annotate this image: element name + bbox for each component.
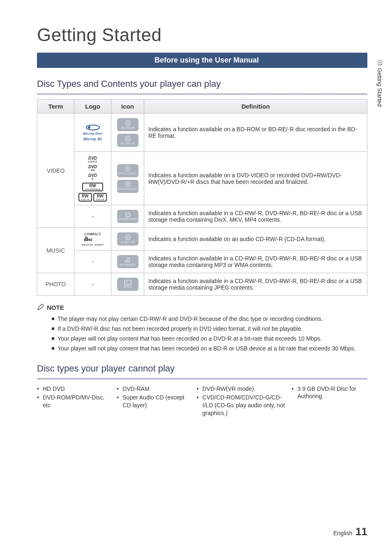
term-video: VIDEO	[37, 114, 74, 228]
pencil-note-icon	[37, 303, 44, 312]
section-banner: Before using the User Manual	[37, 53, 367, 68]
th-definition: Definition	[144, 100, 367, 114]
cannot-play-list: HD DVD DVD-ROM/PD/MV-Disc, etc DVD-RAM S…	[37, 384, 367, 419]
table-row: PHOTO - JPEG Indicates a function availa…	[37, 273, 367, 296]
list-item: CVD/CD-ROM/CDV/CD-G/CD-I/LD (CD-Gs play …	[197, 394, 288, 417]
logo-dvd-cell: DVDVIDEO DVDRW DVDR RWDVD+ReWritable RWD…	[74, 152, 111, 205]
section1-heading: Disc Types and Contents your player can …	[37, 79, 367, 89]
note-label: NOTE	[47, 304, 64, 311]
bluray3d-logo-icon: Blu-ray 3D	[78, 137, 107, 141]
svg-point-13	[129, 213, 130, 214]
def-divx: Indicates a function available in a CD-R…	[144, 205, 367, 228]
svg-point-11	[127, 214, 128, 215]
logo-divx-cell: -	[74, 205, 111, 228]
svg-point-9	[127, 183, 129, 185]
footer-language: English	[333, 530, 352, 536]
def-dvd: Indicates a function available on a DVD-…	[144, 152, 367, 205]
svg-point-12	[125, 213, 126, 214]
icon-jpeg-cell: JPEG	[111, 273, 144, 296]
page-footer: English 11	[333, 525, 367, 538]
note-item: Your player will not play content that h…	[52, 345, 367, 353]
divider	[37, 378, 367, 380]
svg-point-21	[126, 281, 127, 282]
bd-rom-icon: BD-ROM	[117, 118, 138, 131]
table-row: VIDEO Blu-ray Disc Blu-ray 3D BD-ROM BD-…	[37, 114, 367, 152]
logo-cd-cell: COMPACT disc DIGITAL AUDIO	[74, 228, 111, 251]
divider	[37, 93, 367, 95]
dvd-r-logo-icon: DVDR	[76, 173, 109, 180]
jpeg-icon: JPEG	[117, 278, 138, 291]
bluray-disc-logo-icon: Blu-ray Disc	[78, 124, 107, 135]
dvd-video-logo-icon: DVDVIDEO	[76, 156, 109, 163]
table-row: - MP3/WMA Indicates a function available…	[37, 251, 367, 273]
list-item: Super Audio CD (except CD layer)	[117, 394, 192, 409]
audio-cd-icon: Audio CD	[117, 232, 138, 246]
table-header-row: Term Logo Icon Definition	[37, 100, 367, 114]
list-item: HD DVD	[37, 385, 113, 393]
note-item: The player may not play certain CD-RW/-R…	[52, 315, 367, 323]
note-item: If a DVD-RW/-R disc has not been recorde…	[52, 325, 367, 333]
list-item: 3.9 GB DVD-R Disc for Authoring.	[292, 385, 367, 401]
chapter-label: Getting Started	[376, 68, 383, 107]
def-jpeg: Indicates a function available in a CD-R…	[144, 273, 367, 296]
note-block: NOTE The player may not play certain CD-…	[37, 303, 367, 353]
list-item: DVD-ROM/PD/MV-Disc, etc	[37, 394, 113, 409]
svg-point-7	[127, 168, 129, 169]
bd-re-r-icon: BD-RE/-R	[117, 134, 138, 147]
disc-types-table: Term Logo Icon Definition VIDEO Blu-ray …	[37, 99, 367, 296]
compact-disc-logo-icon: COMPACT disc DIGITAL AUDIO	[78, 232, 107, 246]
divx-icon: DivX/MKV/MP4	[117, 210, 138, 223]
def-mp3: Indicates a function available in a CD-R…	[144, 251, 367, 273]
term-photo: PHOTO	[37, 273, 74, 296]
side-chapter-tab: 03 Getting Started	[376, 60, 383, 107]
term-music: MUSIC	[37, 228, 74, 273]
svg-point-1	[88, 126, 90, 129]
mp3-wma-icon: MP3/WMA	[117, 255, 138, 268]
note-item: Your player will not play content that h…	[52, 335, 367, 343]
chapter-number: 03	[377, 60, 383, 65]
th-term: Term	[37, 100, 74, 114]
table-row: - DivX/MKV/MP4 Indicates a function avai…	[37, 205, 367, 228]
icon-divx-cell: DivX/MKV/MP4	[111, 205, 144, 228]
logo-jpeg-cell: -	[74, 273, 111, 296]
dvd-plus-r-logo-icon: RWDVD+R	[78, 193, 92, 202]
section2-heading: Disc types your player cannot play	[37, 363, 367, 374]
dvd-rw-r-icon: DVD±RW/±R	[117, 180, 138, 193]
list-item: DVD-RW(VR mode)	[197, 385, 288, 393]
icon-dvd-cell: DVD-VIDEO DVD±RW/±R	[111, 152, 144, 205]
icon-bd-cell: BD-ROM BD-RE/-R	[111, 114, 144, 152]
svg-point-5	[127, 138, 129, 139]
th-logo: Logo	[74, 100, 111, 114]
svg-point-14	[125, 216, 126, 217]
dvd-rw-logo-icon: DVDRW	[76, 165, 109, 172]
svg-point-3	[127, 122, 129, 124]
svg-point-19	[127, 237, 129, 238]
icon-mp3-cell: MP3/WMA	[111, 251, 144, 273]
dvd-plus-r2-logo-icon: RWDVD+R	[93, 193, 107, 202]
svg-point-15	[129, 216, 130, 217]
def-audiocd: Indicates a function available on an aud…	[144, 228, 367, 251]
logo-mp3-cell: -	[74, 251, 111, 273]
dvd-plus-rw-logo-icon: RWDVD+ReWritable	[82, 183, 103, 191]
table-row: MUSIC COMPACT disc DIGITAL AUDIO Audio C…	[37, 228, 367, 251]
page-number: 11	[355, 525, 367, 538]
dvd-video-icon: DVD-VIDEO	[117, 164, 138, 177]
icon-audiocd-cell: Audio CD	[111, 228, 144, 251]
page-title: Getting Started	[37, 25, 367, 45]
logo-bluray-cell: Blu-ray Disc Blu-ray 3D	[74, 114, 111, 152]
list-item: DVD-RAM	[117, 385, 192, 393]
th-icon: Icon	[111, 100, 144, 114]
def-bd: Indicates a function available on a BD-R…	[144, 114, 367, 152]
table-row: DVDVIDEO DVDRW DVDR RWDVD+ReWritable RWD…	[37, 152, 367, 205]
